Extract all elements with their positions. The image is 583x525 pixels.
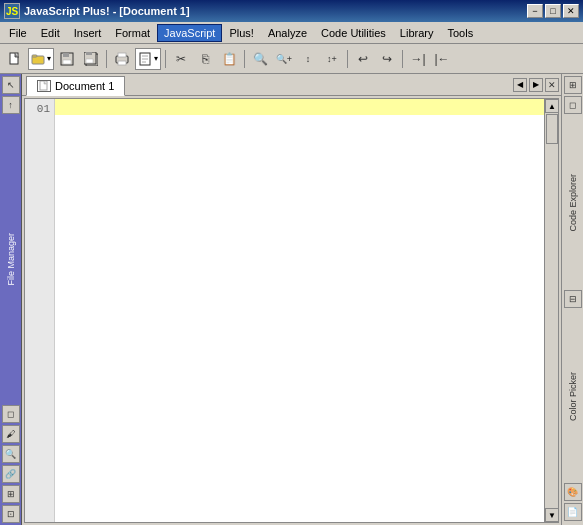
tab-document1-icon (37, 80, 51, 92)
link-tool-button[interactable]: 🔗 (2, 465, 20, 483)
open-dropdown-arrow: ▾ (47, 54, 51, 63)
svg-rect-8 (86, 52, 92, 55)
arrow-tool-button[interactable]: ↑ (2, 96, 20, 114)
print-button[interactable] (111, 48, 133, 70)
redo-button[interactable]: ↪ (376, 48, 398, 70)
table-tool-button[interactable]: ⊞ (2, 485, 20, 503)
svg-rect-12 (118, 61, 126, 65)
right-btn-5[interactable]: 📄 (564, 503, 582, 521)
scroll-down-button[interactable]: ▼ (545, 508, 559, 522)
menu-plus[interactable]: Plus! (222, 24, 260, 42)
toolbar-sep-1 (106, 50, 107, 68)
find-button[interactable]: 🔍 (249, 48, 271, 70)
magnify-tool-button[interactable]: 🔍 (2, 445, 20, 463)
svg-rect-17 (40, 81, 47, 90)
menu-bar: File Edit Insert Format JavaScript Plus!… (0, 22, 583, 44)
tab-controls: ◀ ▶ ✕ (513, 78, 561, 92)
find-all-button[interactable]: 🔍+ (273, 48, 295, 70)
tab-document1-label: Document 1 (55, 80, 114, 92)
toolbar-sep-5 (402, 50, 403, 68)
select-tool-button[interactable]: ◻ (2, 405, 20, 423)
menu-library[interactable]: Library (393, 24, 441, 42)
tab-header: Document 1 ◀ ▶ ✕ (22, 74, 561, 96)
toolbar-sep-4 (347, 50, 348, 68)
right-btn-2[interactable]: ◻ (564, 96, 582, 114)
tab-close-button[interactable]: ✕ (545, 78, 559, 92)
menu-analyze[interactable]: Analyze (261, 24, 314, 42)
svg-rect-9 (86, 59, 93, 63)
copy-button[interactable]: ⎘ (194, 48, 216, 70)
cut-button[interactable]: ✂ (170, 48, 192, 70)
tab-next-button[interactable]: ▶ (529, 78, 543, 92)
right-btn-3[interactable]: ⊟ (564, 290, 582, 308)
outdent-button[interactable]: |← (431, 48, 453, 70)
undo-button[interactable]: ↩ (352, 48, 374, 70)
tab-document1[interactable]: Document 1 (26, 76, 125, 96)
maximize-button[interactable]: □ (545, 4, 561, 18)
paste-button[interactable]: 📋 (218, 48, 240, 70)
print-preview-button[interactable]: ▾ (135, 48, 161, 70)
print-dropdown-arrow: ▾ (154, 54, 158, 63)
title-bar: JS JavaScript Plus! - [Document 1] − □ ✕ (0, 0, 583, 22)
file-manager-label[interactable]: File Manager (4, 227, 18, 292)
color-picker-label[interactable]: Color Picker (568, 368, 578, 425)
right-btn-4[interactable]: 🎨 (564, 483, 582, 501)
indent-button[interactable]: →| (407, 48, 429, 70)
scroll-up-button[interactable]: ▲ (545, 99, 559, 113)
svg-rect-2 (32, 55, 37, 57)
svg-rect-0 (10, 53, 18, 64)
minimize-button[interactable]: − (527, 4, 543, 18)
menu-insert[interactable]: Insert (67, 24, 109, 42)
doc-area: Document 1 ◀ ▶ ✕ 01 ▲ ▼ (22, 74, 561, 525)
menu-code-utilities[interactable]: Code Utilities (314, 24, 393, 42)
close-button[interactable]: ✕ (563, 4, 579, 18)
window-controls: − □ ✕ (527, 4, 579, 18)
toolbar: ▾ ▾ ✂ ⎘ 📋 🔍 🔍+ ↕ ↕+ ↩ ↪ →| |← (0, 44, 583, 74)
svg-rect-4 (63, 53, 69, 57)
toolbar-sep-2 (165, 50, 166, 68)
editor-line-1 (55, 99, 544, 115)
paint-tool-button[interactable]: 🖌 (2, 425, 20, 443)
svg-rect-11 (118, 53, 126, 57)
open-button[interactable]: ▾ (28, 48, 54, 70)
menu-tools[interactable]: Tools (440, 24, 480, 42)
new-file-button[interactable] (4, 48, 26, 70)
save-all-button[interactable] (80, 48, 102, 70)
line-numbers: 01 (25, 99, 55, 522)
main-area: ↖ ↑ File Manager ◻ 🖌 🔍 🔗 ⊞ ⊡ Document 1 (0, 74, 583, 525)
editor-content[interactable] (55, 99, 544, 522)
extra-tool-button[interactable]: ⊡ (2, 505, 20, 523)
right-sidebar: ⊞ ◻ Code Explorer ⊟ Color Picker 🎨 📄 (561, 74, 583, 525)
replace-button[interactable]: ↕ (297, 48, 319, 70)
menu-javascript[interactable]: JavaScript (157, 24, 222, 42)
code-explorer-label[interactable]: Code Explorer (568, 170, 578, 236)
tab-list: Document 1 (22, 74, 513, 95)
left-sidebar: ↖ ↑ File Manager ◻ 🖌 🔍 🔗 ⊞ ⊡ (0, 74, 22, 525)
scroll-track[interactable] (545, 113, 558, 508)
svg-rect-5 (63, 60, 71, 64)
vertical-scrollbar[interactable]: ▲ ▼ (544, 99, 558, 522)
toolbar-sep-3 (244, 50, 245, 68)
tab-prev-button[interactable]: ◀ (513, 78, 527, 92)
scroll-thumb[interactable] (546, 114, 558, 144)
right-btn-1[interactable]: ⊞ (564, 76, 582, 94)
save-button[interactable] (56, 48, 78, 70)
replace-all-button[interactable]: ↕+ (321, 48, 343, 70)
title-bar-text: JavaScript Plus! - [Document 1] (24, 5, 527, 17)
line-number-1: 01 (29, 101, 50, 117)
menu-format[interactable]: Format (108, 24, 157, 42)
cursor-tool-button[interactable]: ↖ (2, 76, 20, 94)
menu-file[interactable]: File (2, 24, 34, 42)
app-icon: JS (4, 3, 20, 19)
menu-edit[interactable]: Edit (34, 24, 67, 42)
editor-wrapper: 01 ▲ ▼ (24, 98, 559, 523)
